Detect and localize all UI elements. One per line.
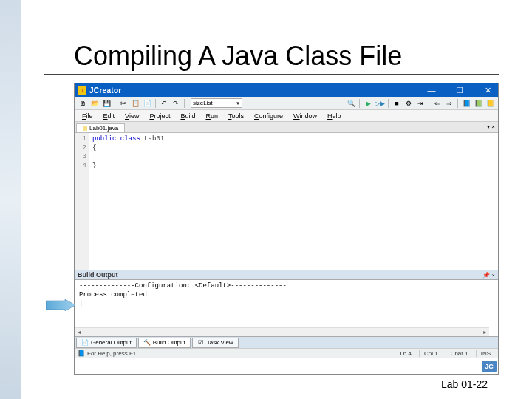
task-icon: ☑ [197, 339, 205, 347]
copy-icon[interactable]: 📋 [130, 98, 140, 109]
jcreator-window: J JCreator — ☐ ✕ 🗎 📂 💾 ✂ 📋 📄 ↶ ↷ sizeLis… [74, 83, 499, 375]
undo-icon[interactable]: ↶ [159, 98, 169, 109]
toolbar-separator [115, 99, 115, 108]
menu-window[interactable]: Window [289, 112, 321, 120]
toolbar-separator [429, 99, 429, 108]
menubar: File Edit View Project Build Run Tools C… [75, 110, 498, 122]
tab-close-icon[interactable]: × [491, 123, 495, 130]
slide-side-stripe [0, 0, 21, 399]
toolbar-separator [457, 99, 458, 108]
menu-tools[interactable]: Tools [224, 112, 248, 120]
status-help: For Help, press F1 [87, 350, 136, 357]
help-hint-icon: 📘 [78, 350, 85, 357]
build-line: --------------Configuration: <Default>--… [79, 282, 287, 290]
menu-view[interactable]: View [120, 112, 143, 120]
code-text: { [92, 144, 96, 151]
status-line: Ln 4 [395, 350, 416, 357]
tab-dropdown-icon[interactable]: ▾ [487, 123, 490, 130]
menu-project[interactable]: Project [145, 112, 174, 120]
nav-forward-icon[interactable]: ⇒ [444, 98, 454, 109]
build-line: Process completed. [79, 291, 151, 299]
close-button[interactable]: ✕ [480, 85, 495, 95]
find-combo[interactable]: sizeList ▼ [191, 98, 242, 108]
statusbar: 📘 For Help, press F1 Ln 4 Col 1 Char 1 I… [75, 348, 498, 358]
code-area[interactable]: public class Lab01 { } [89, 133, 498, 270]
status-ins: INS [476, 350, 495, 357]
editor-tab-row: Lab01.java ▾ × [75, 122, 498, 133]
code-editor[interactable]: 1 2 3 4 public class Lab01 { } [75, 133, 498, 270]
code-text: Lab01 [144, 135, 164, 143]
line-gutter: 1 2 3 4 [75, 133, 89, 270]
toolbar-separator [388, 99, 389, 108]
line-number: 4 [77, 161, 86, 170]
horizontal-scrollbar[interactable]: ◄ ► [75, 327, 489, 336]
menu-help[interactable]: Help [323, 112, 346, 120]
run-icon[interactable]: ▶ [363, 98, 373, 109]
toolbar-separator [184, 99, 185, 108]
status-col: Col 1 [419, 350, 443, 357]
tab-label: Build Output [153, 339, 185, 346]
minimize-button[interactable]: — [424, 85, 439, 95]
menu-configure[interactable]: Configure [250, 112, 287, 120]
save-icon[interactable]: 💾 [101, 98, 112, 109]
combo-text: sizeList [193, 100, 213, 106]
debug-icon[interactable]: ▷▶ [375, 98, 385, 109]
tab-build-output[interactable]: 🔨 Build Output [138, 338, 191, 348]
java-file-icon [83, 126, 87, 131]
menu-edit[interactable]: Edit [99, 112, 120, 120]
panel-close-icon[interactable]: × [491, 272, 495, 279]
title-underline [44, 74, 499, 75]
callout-arrow [46, 299, 75, 311]
toolbar-separator [359, 99, 360, 108]
menu-build[interactable]: Build [176, 112, 200, 120]
jc-logo-badge: JC [482, 361, 497, 372]
tool-misc-1-icon[interactable]: 📘 [461, 98, 471, 109]
code-keyword: public class [92, 135, 144, 143]
redo-icon[interactable]: ↷ [171, 98, 181, 109]
open-icon[interactable]: 📂 [89, 98, 100, 109]
maximize-button[interactable]: ☐ [452, 85, 467, 95]
slide-title: Compiling A Java Class File [74, 41, 402, 72]
nav-back-icon[interactable]: ⇐ [432, 98, 443, 109]
stop-icon[interactable]: ■ [392, 98, 402, 109]
tab-label: General Output [91, 339, 132, 346]
app-icon: J [78, 86, 86, 95]
line-number: 3 [77, 152, 86, 161]
menu-run[interactable]: Run [201, 112, 222, 120]
chevron-down-icon: ▼ [236, 101, 240, 106]
toolbar-main: 🗎 📂 💾 ✂ 📋 📄 ↶ ↷ sizeList ▼ 🔍 ▶ ▷▶ ■ ⚙ ⇥ [75, 97, 498, 110]
tab-general-output[interactable]: 📄 General Output [76, 338, 137, 348]
build-cursor: | [79, 300, 83, 307]
toolbar-separator [155, 99, 156, 108]
editor-tab[interactable]: Lab01.java [76, 123, 125, 132]
output-icon: 📄 [81, 339, 89, 347]
bottom-tab-row: 📄 General Output 🔨 Build Output ☑ Task V… [75, 336, 498, 348]
status-char: Char 1 [446, 350, 473, 357]
scroll-right-icon[interactable]: ► [480, 328, 489, 337]
cut-icon[interactable]: ✂ [118, 98, 129, 109]
slide-footer: Lab 01-22 [441, 378, 488, 390]
exec-icon[interactable]: ⇥ [415, 98, 426, 109]
window-titlebar: J JCreator — ☐ ✕ [75, 83, 498, 97]
scroll-left-icon[interactable]: ◄ [75, 328, 83, 337]
tool-misc-2-icon[interactable]: 📗 [473, 98, 483, 109]
pin-icon[interactable]: 📌 [482, 272, 490, 279]
paste-icon[interactable]: 📄 [142, 98, 152, 109]
tool-misc-3-icon[interactable]: 📒 [485, 98, 495, 109]
window-title: JCreator [89, 86, 424, 95]
find-icon[interactable]: 🔍 [346, 98, 356, 109]
build-output-panel[interactable]: --------------Configuration: <Default>--… [75, 280, 498, 336]
menu-file[interactable]: File [78, 112, 98, 120]
code-text: } [92, 162, 96, 169]
compile-icon[interactable]: ⚙ [403, 98, 414, 109]
tab-label: Lab01.java [89, 125, 118, 132]
new-file-icon[interactable]: 🗎 [78, 98, 88, 109]
build-output-title: Build Output [78, 271, 117, 279]
build-icon: 🔨 [143, 339, 151, 347]
tab-task-view[interactable]: ☑ Task View [192, 338, 239, 348]
tab-label: Task View [207, 339, 233, 346]
line-number: 2 [77, 143, 86, 152]
build-output-header: Build Output 📌 × [75, 270, 498, 280]
line-number: 1 [77, 134, 86, 143]
svg-marker-0 [46, 299, 75, 311]
